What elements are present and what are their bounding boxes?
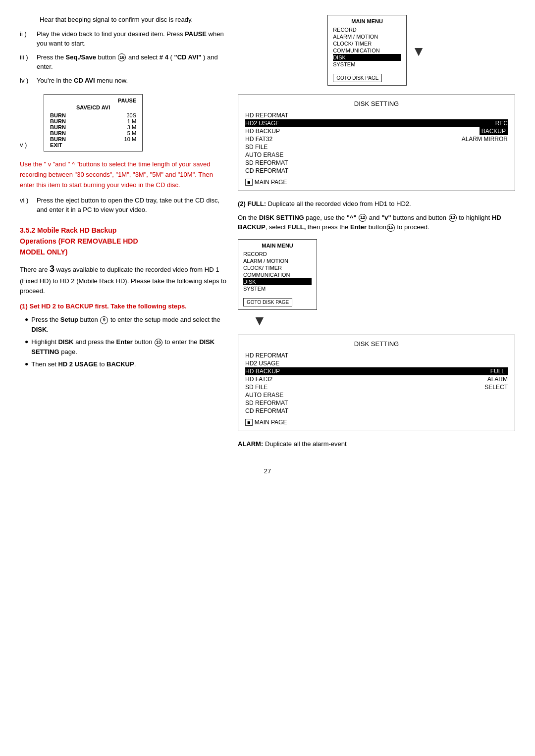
top-menu-wrapper: MAIN MENU RECORD ALARM / MOTION CLOCK/ T… (238, 15, 515, 88)
top-main-menu: MAIN MENU RECORD ALARM / MOTION CLOCK/ T… (327, 15, 407, 86)
step-iv: iv ) You're in the CD AVI menu now. (20, 76, 228, 86)
bottom-disk-setting: DISK SETTING HD REFORMAT HD2 USAGE HD BA… (238, 335, 515, 431)
cd-row-2: BURN3 M (50, 124, 136, 130)
bullet-3: Then set HD 2 USAGE to BACKUP. (25, 359, 228, 369)
bottom-ds-hd2-usage: HD2 USAGE (245, 359, 508, 367)
top-ds-auto-erase: AUTO ERASE (245, 151, 508, 159)
alarm-text: ALARM: Duplicate all the alarm-event (238, 439, 515, 449)
bottom-menu-disk: DISK (243, 278, 312, 285)
circle-12: 12 (359, 214, 367, 222)
circle-15b: 15 (387, 224, 395, 232)
left-column: Hear that beeping signal to confirm your… (20, 15, 228, 453)
bottom-ds-hd-backup: HD BACKUP FULL (245, 367, 508, 375)
bottom-menu-alarm: ALARM / MOTION (243, 257, 312, 264)
bottom-main-page: ■ MAIN PAGE (245, 419, 508, 426)
top-ds-hd-fat32: HD FAT32 ALARM MIRROR (245, 135, 508, 143)
circle-15a: 15 (155, 339, 162, 347)
top-ds-hd-reformat: HD REFORMAT (245, 111, 508, 119)
bottom-ds-hd-reformat: HD REFORMAT (245, 352, 508, 359)
top-ds-hd2-usage: HD2 USAGE REC (245, 119, 508, 127)
top-menu-disk: DISK (333, 54, 401, 61)
section-title-352: 3.5.2 Mobile Rack HD Backup Operations (… (20, 225, 228, 258)
step1-heading: (1) Set HD 2 to BACKUP first. Take the f… (20, 302, 228, 312)
goto-disk-page-btn[interactable]: GOTO DISK PAGE (333, 74, 382, 82)
step-vi-label: vi ) (20, 196, 34, 215)
step-ii-text: Play the video back to find your desired… (37, 29, 228, 49)
step-iii-label: iii ) (20, 52, 34, 72)
bullet-list: Press the Setup button 9 to enter the se… (20, 315, 228, 369)
bottom-ds-title: DISK SETTING (245, 340, 508, 348)
circle-13: 13 (449, 214, 457, 222)
top-ds-cd-reformat: CD REFORMAT (245, 167, 508, 175)
bottom-menu-clock: CLOCK/ TIMER (243, 264, 312, 271)
page-number: 27 (20, 467, 515, 475)
section-352: 3.5.2 Mobile Rack HD Backup Operations (… (20, 225, 228, 297)
bottom-diagram-inner: MAIN MENU RECORD ALARM / MOTION CLOCK/ T… (238, 239, 515, 329)
bottom-menu-system: SYSTEM (243, 285, 312, 292)
bottom-main-page-label: MAIN PAGE (255, 419, 287, 426)
top-ds-title: DISK SETTING (245, 100, 508, 107)
top-menu-clock: CLOCK/ TIMER (333, 40, 401, 47)
step-v-label: v ) (20, 141, 27, 149)
pause-header: PAUSE (50, 98, 136, 104)
step-vi: vi ) Press the eject button to open the … (20, 196, 228, 215)
full-desc-p2: On the DISK SETTING page, use the "^" 12… (238, 213, 515, 232)
pause-label: PAUSE (118, 98, 136, 103)
bullet-2: Highlight DISK and press the Enter butto… (25, 337, 228, 356)
full-badge: FULL (487, 367, 508, 375)
bullet-3-text: Then set HD 2 USAGE to BACKUP. (31, 359, 136, 369)
cd-row-3: BURN5 M (50, 130, 136, 136)
top-main-page-label: MAIN PAGE (255, 179, 287, 186)
arrow-right-icon: ▼ (412, 44, 426, 59)
top-ds-sd-file: SD FILE (245, 143, 508, 151)
main-page-icon: ■ (245, 179, 253, 186)
bottom-main-menu: MAIN MENU RECORD ALARM / MOTION CLOCK/ T… (238, 239, 317, 310)
top-menu-system: SYSTEM (333, 61, 401, 68)
bottom-diagram-area: MAIN MENU RECORD ALARM / MOTION CLOCK/ T… (238, 239, 515, 329)
bottom-ds-auto-erase: AUTO ERASE (245, 391, 508, 399)
step-v-description: Use the " v "and " ^ "buttons to select … (20, 159, 228, 190)
full-description: (2) FULL: Duplicate all the recorded vid… (238, 199, 515, 232)
step-vi-text: Press the eject button to open the CD tr… (37, 196, 228, 215)
cd-row-0: BURN30S (50, 112, 136, 118)
full-desc-p1: (2) FULL: Duplicate all the recorded vid… (238, 199, 515, 209)
bullet-1-text: Press the Setup button 9 to enter the se… (31, 315, 228, 334)
top-ds-sd-reformat: SD REFORMAT (245, 159, 508, 167)
step-ii: ii ) Play the video back to find your de… (20, 29, 228, 49)
step-ii-label: ii ) (20, 29, 34, 49)
bottom-ds-cd-reformat: CD REFORMAT (245, 407, 508, 415)
top-diagram-inner: MAIN MENU RECORD ALARM / MOTION CLOCK/ T… (238, 15, 515, 89)
step-iv-label: iv ) (20, 76, 34, 86)
step-iii-text: Press the Seq./Save button 16 and select… (37, 52, 228, 72)
top-main-page: ■ MAIN PAGE (245, 179, 508, 186)
bottom-menu-comm: COMMUNICATION (243, 271, 312, 278)
top-disk-setting: DISK SETTING HD REFORMAT HD2 USAGE REC H… (238, 95, 515, 191)
intro-paragraph: There are 3 ways available to duplicate … (20, 262, 228, 297)
bottom-goto-btn[interactable]: GOTO DISK PAGE (243, 298, 292, 306)
circle-16: 16 (118, 53, 126, 61)
top-menu-record: RECORD (333, 26, 401, 33)
right-column: MAIN MENU RECORD ALARM / MOTION CLOCK/ T… (238, 15, 515, 453)
top-menu-comm: COMMUNICATION (333, 47, 401, 54)
top-menu-alarm: ALARM / MOTION (333, 33, 401, 40)
step-iii: iii ) Press the Seq./Save button 16 and … (20, 52, 228, 72)
cd-row-exit: EXIT (50, 142, 136, 148)
bullet-1: Press the Setup button 9 to enter the se… (25, 315, 228, 334)
bottom-main-page-icon: ■ (245, 419, 253, 426)
bottom-ds-sd-file: SD FILE SELECT (245, 383, 508, 391)
backup-badge: BACKUP (480, 127, 508, 135)
bottom-ds-sd-reformat: SD REFORMAT (245, 399, 508, 407)
top-menu-title: MAIN MENU (333, 18, 401, 24)
bottom-menu-title: MAIN MENU (243, 243, 312, 249)
big-3: 3 (50, 264, 54, 274)
intro-text: Hear that beeping signal to confirm your… (20, 15, 228, 25)
top-arrow-right: ▼ (412, 15, 426, 88)
save-label: SAVE/CD AVI (50, 104, 136, 110)
top-diagram-area: MAIN MENU RECORD ALARM / MOTION CLOCK/ T… (238, 15, 515, 89)
cd-row-4: BURN10 M (50, 136, 136, 142)
circle-9: 9 (100, 316, 108, 324)
step-v: v ) PAUSE SAVE/CD AVI BURN30S BURN1 M BU… (20, 90, 228, 155)
bottom-ds-hd-fat32: HD FAT32 ALARM (245, 375, 508, 383)
cd-row-1: BURN1 M (50, 118, 136, 124)
bullet-2-text: Highlight DISK and press the Enter butto… (31, 337, 228, 356)
